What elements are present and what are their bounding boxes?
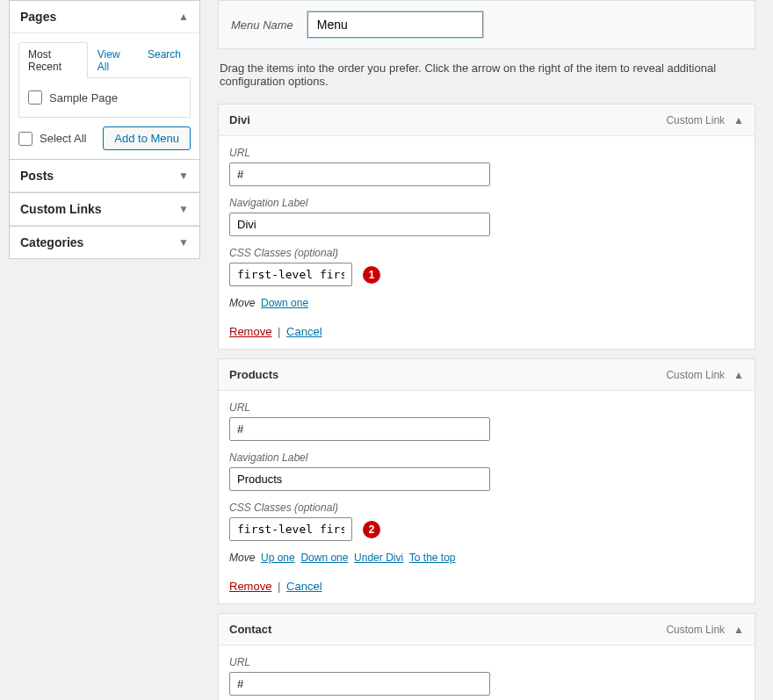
separator: | — [278, 580, 280, 593]
move-link[interactable]: To the top — [409, 552, 456, 564]
css-classes-input[interactable] — [229, 263, 352, 286]
move-link[interactable]: Down one — [261, 297, 308, 309]
menu-name-input[interactable] — [307, 11, 483, 38]
select-all-label: Select All — [40, 132, 86, 145]
move-row: Move Up one Down one Under Divi To the t… — [229, 552, 744, 564]
tab-view-all[interactable]: View All — [88, 42, 138, 78]
instruction-text: Drag the items into the order you prefer… — [220, 61, 754, 88]
cancel-link[interactable]: Cancel — [286, 580, 321, 593]
annotation-badge: 2 — [363, 521, 380, 538]
url-input[interactable] — [229, 162, 490, 186]
move-link[interactable]: Up one — [261, 552, 295, 564]
nav-label-label: Navigation Label — [229, 451, 744, 464]
sidebar-panel-categories-title: Categories — [20, 235, 83, 249]
nav-label-input[interactable] — [229, 467, 490, 491]
page-item-sample-check[interactable] — [28, 90, 42, 105]
url-input[interactable] — [229, 417, 490, 441]
separator: | — [278, 325, 280, 338]
cancel-link[interactable]: Cancel — [286, 325, 321, 338]
chevron-down-icon: ▼ — [178, 170, 189, 182]
annotation-badge: 1 — [363, 266, 380, 284]
css-classes-label: CSS Classes (optional) — [229, 502, 744, 514]
move-label: Move — [229, 297, 255, 309]
sidebar-panel-categories-head[interactable]: Categories ▼ — [10, 227, 199, 258]
sidebar-panel-custom-links-head[interactable]: Custom Links ▼ — [10, 193, 199, 226]
chevron-up-icon: ▲ — [178, 11, 189, 23]
select-all-check[interactable] — [18, 132, 33, 146]
remove-link[interactable]: Remove — [229, 325, 271, 338]
pages-tab-body: Sample Page — [18, 78, 191, 118]
select-all-row[interactable]: Select All — [18, 128, 86, 149]
menu-item: Products Custom Link ▲ URL Navigation La… — [218, 358, 755, 604]
css-classes-label: CSS Classes (optional) — [229, 247, 744, 259]
chevron-up-icon: ▲ — [733, 369, 744, 381]
css-classes-input[interactable] — [229, 517, 352, 541]
sidebar-panel-posts: Posts ▼ — [9, 160, 200, 193]
pages-tabs: Most Recent View All Search — [18, 42, 191, 78]
sidebar-panel-custom-links-title: Custom Links — [20, 202, 102, 216]
sidebar-panel-posts-title: Posts — [20, 169, 54, 183]
chevron-down-icon: ▼ — [178, 203, 189, 215]
move-label: Move — [229, 552, 255, 564]
tab-search[interactable]: Search — [138, 42, 191, 78]
url-input[interactable] — [229, 672, 490, 696]
remove-link[interactable]: Remove — [229, 580, 271, 593]
sidebar-panel-custom-links: Custom Links ▼ — [9, 193, 200, 227]
move-link[interactable]: Down one — [300, 552, 348, 564]
menu-item-head[interactable]: Divi Custom Link ▲ — [219, 105, 755, 136]
menu-name-label: Menu Name — [231, 18, 293, 32]
sidebar-panel-pages-head[interactable]: Pages ▲ — [10, 1, 199, 33]
page-item-sample[interactable]: Sample Page — [28, 87, 181, 108]
sidebar-panel-pages-title: Pages — [20, 10, 56, 24]
menu-item-head[interactable]: Contact Custom Link ▲ — [219, 614, 755, 646]
add-to-menu-button[interactable]: Add to Menu — [103, 126, 191, 150]
menu-item-type: Custom Link — [666, 369, 725, 381]
sidebar-panel-posts-head[interactable]: Posts ▼ — [10, 160, 199, 192]
menu-item-head[interactable]: Products Custom Link ▲ — [219, 359, 755, 391]
sidebar-panel-categories: Categories ▼ — [9, 227, 200, 259]
tab-most-recent[interactable]: Most Recent — [18, 42, 88, 78]
menu-item-title: Contact — [229, 623, 271, 636]
url-label: URL — [229, 656, 744, 668]
chevron-up-icon: ▲ — [733, 624, 744, 636]
move-link[interactable]: Under Divi — [354, 552, 403, 564]
menu-item: Divi Custom Link ▲ URL Navigation Label … — [218, 104, 755, 350]
menu-name-row: Menu Name — [218, 0, 755, 49]
chevron-up-icon: ▲ — [733, 114, 744, 126]
page-item-sample-label: Sample Page — [49, 91, 118, 105]
menu-item-title: Divi — [229, 113, 250, 126]
nav-label-input[interactable] — [229, 213, 490, 236]
menu-item-title: Products — [229, 368, 278, 381]
menu-item: Contact Custom Link ▲ URL Navigation Lab… — [218, 613, 755, 700]
menu-item-type: Custom Link — [666, 624, 725, 636]
nav-label-label: Navigation Label — [229, 197, 744, 209]
menu-item-type: Custom Link — [666, 114, 725, 126]
move-row: Move Down one — [229, 297, 744, 309]
url-label: URL — [229, 147, 744, 159]
url-label: URL — [229, 401, 744, 414]
sidebar-panel-pages: Pages ▲ Most Recent View All Search Samp… — [9, 0, 200, 160]
chevron-down-icon: ▼ — [178, 236, 189, 249]
